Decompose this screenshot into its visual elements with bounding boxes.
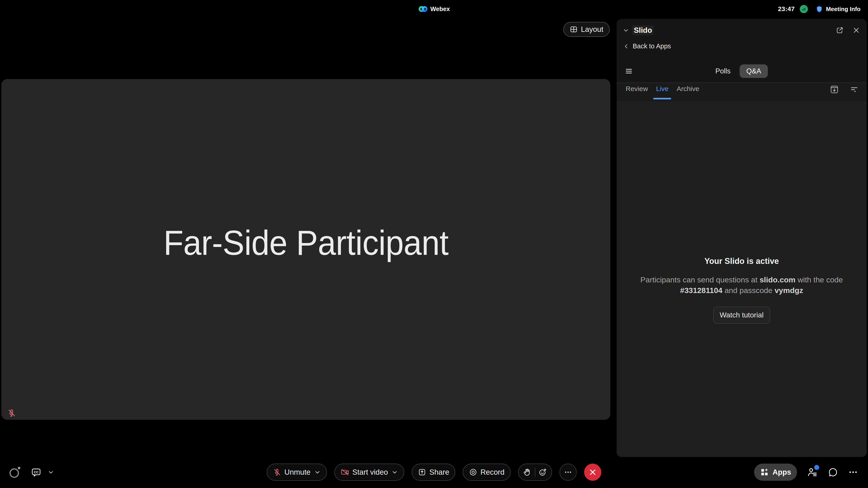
- more-dots-icon: [564, 468, 572, 476]
- webex-logo-icon: [418, 4, 428, 14]
- apps-label: Apps: [773, 468, 792, 477]
- panel-header: Slido: [617, 22, 867, 38]
- webex-assistant-icon[interactable]: [9, 466, 21, 478]
- back-to-apps[interactable]: Back to Apps: [623, 42, 671, 50]
- participant-name: Far-Side Participant: [163, 223, 448, 263]
- share-label: Share: [429, 468, 449, 477]
- meeting-info-label[interactable]: Meeting Info: [826, 6, 861, 13]
- caption-controls: CC: [9, 464, 54, 481]
- participant-muted-mic-icon: [7, 409, 16, 418]
- slido-panel: Slido Back to Apps Polls Q&A Review Live…: [617, 19, 867, 457]
- unmute-options-chevron[interactable]: [314, 469, 321, 476]
- slido-code: #331281104: [680, 286, 722, 295]
- unmute-button[interactable]: Unmute: [267, 464, 327, 481]
- start-video-button[interactable]: Start video: [334, 464, 404, 481]
- qa-subtabs: Review Live Archive: [617, 83, 867, 101]
- call-controls: Unmute Start video Share Record: [267, 464, 601, 481]
- closed-captions-icon[interactable]: CC: [31, 467, 41, 477]
- panel-title: Slido: [634, 26, 652, 34]
- leave-meeting-button[interactable]: [584, 464, 601, 481]
- reactions-icon[interactable]: [538, 468, 547, 477]
- video-options-chevron[interactable]: [391, 469, 398, 476]
- watch-tutorial-button[interactable]: Watch tutorial: [713, 306, 770, 324]
- topbar-right: 23:47 Meeting Info: [778, 0, 861, 18]
- subtab-archive[interactable]: Archive: [677, 85, 699, 93]
- layout-grid-icon: [569, 25, 578, 33]
- start-video-label: Start video: [352, 468, 388, 477]
- tab-polls[interactable]: Polls: [715, 67, 731, 75]
- camera-off-icon: [340, 468, 349, 477]
- more-options-right-icon[interactable]: [848, 467, 858, 477]
- back-to-apps-label: Back to Apps: [633, 42, 671, 50]
- reactions-group: [518, 464, 552, 481]
- apps-grid-icon: [760, 468, 769, 477]
- app-title: Webex: [430, 6, 450, 13]
- security-shield-icon: [816, 6, 822, 13]
- open-in-new-window-icon[interactable]: [836, 26, 844, 34]
- video-tile: Far-Side Participant: [1, 79, 610, 420]
- signal-bars-icon: [802, 7, 806, 11]
- svg-text:CC: CC: [34, 470, 39, 474]
- present-mode-icon[interactable]: [830, 85, 839, 94]
- menu-icon[interactable]: [625, 67, 633, 75]
- record-icon: [469, 468, 477, 477]
- record-label: Record: [480, 468, 504, 477]
- chat-icon[interactable]: [828, 467, 838, 477]
- filter-icon[interactable]: [850, 85, 859, 94]
- back-chevron-icon: [623, 43, 629, 49]
- apps-button[interactable]: Apps: [754, 464, 797, 481]
- close-panel-icon[interactable]: [852, 27, 860, 34]
- qa-live-content: Your Slido is active Participants can se…: [617, 101, 867, 457]
- right-controls: Apps: [754, 464, 858, 481]
- slido-site: slido.com: [760, 275, 796, 284]
- participants-button[interactable]: [807, 467, 818, 478]
- subtab-live[interactable]: Live: [656, 85, 669, 93]
- record-button[interactable]: Record: [463, 464, 510, 481]
- share-button[interactable]: Share: [412, 464, 455, 481]
- subtab-review[interactable]: Review: [626, 85, 648, 93]
- panel-tab-bar: Polls Q&A: [617, 64, 867, 78]
- layout-button[interactable]: Layout: [563, 22, 610, 37]
- more-options-button[interactable]: [559, 464, 577, 481]
- meeting-timer: 23:47: [778, 5, 795, 13]
- captions-chevron-icon[interactable]: [48, 469, 54, 476]
- top-bar: Webex 23:47 Meeting Info: [0, 0, 868, 18]
- topbar-app: Webex: [418, 0, 450, 18]
- slido-active-heading: Your Slido is active: [631, 256, 852, 266]
- raise-hand-icon[interactable]: [523, 468, 532, 477]
- participants-notification-dot: [814, 465, 819, 470]
- collapse-chevron-icon[interactable]: [622, 27, 629, 34]
- tab-qa[interactable]: Q&A: [740, 64, 768, 78]
- slido-instructions: Participants can send questions at slido…: [631, 274, 852, 296]
- leave-x-icon: [588, 467, 598, 477]
- panel-title-box: Slido: [632, 25, 654, 35]
- connection-quality-badge[interactable]: [800, 5, 808, 13]
- mic-muted-icon: [273, 468, 281, 477]
- layout-label: Layout: [581, 25, 603, 34]
- slido-passcode: vymdgz: [775, 286, 803, 295]
- unmute-label: Unmute: [284, 468, 311, 477]
- share-screen-icon: [418, 468, 426, 477]
